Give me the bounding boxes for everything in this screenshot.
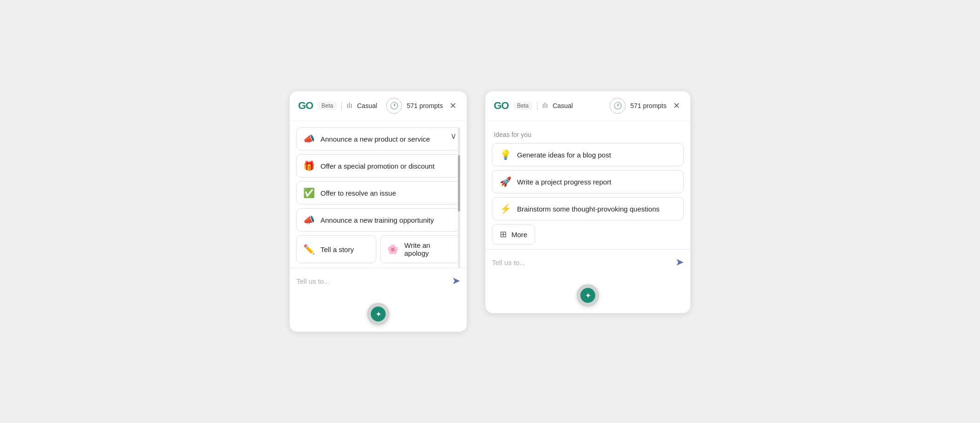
suggestion-label-2: Offer to resolve an issue xyxy=(320,189,396,197)
suggestions-wrapper: 📣 Announce a new product or service 🎁 Of… xyxy=(296,127,460,268)
left-input[interactable] xyxy=(296,277,447,285)
left-header: GO Beta ılı Casual 🕐 571 prompts ✕ xyxy=(290,91,467,121)
left-input-area: ➤ xyxy=(290,268,467,293)
waveform-icon-left: ılı xyxy=(347,102,352,110)
suggestion-emoji-2: ✅ xyxy=(303,187,315,198)
scrollbar-track xyxy=(458,127,460,268)
more-button[interactable]: ⊞ More xyxy=(492,224,535,245)
suggestion-label-1: Offer a special promotion or discount xyxy=(320,162,435,170)
suggestion-emoji-3: 📣 xyxy=(303,214,315,225)
ideas-section-label: Ideas for you xyxy=(492,127,684,143)
idea-btn-1[interactable]: 🚀 Write a project progress report xyxy=(492,170,684,193)
suggestion-btn-3[interactable]: 📣 Announce a new training opportunity xyxy=(296,208,460,232)
suggestion-btn-0[interactable]: 📣 Announce a new product or service xyxy=(296,127,460,150)
close-button-left[interactable]: ✕ xyxy=(448,100,458,112)
idea-label-1: Write a project progress report xyxy=(517,178,611,186)
mode-label-right: Casual xyxy=(552,102,573,109)
suggestion-btn-2[interactable]: ✅ Offer to resolve an issue xyxy=(296,181,460,205)
fab-icon-left: ✦ xyxy=(375,310,381,319)
mode-label-left: Casual xyxy=(357,102,377,109)
right-widget: GO Beta ılı Casual 🕐 571 prompts ✕ Ideas… xyxy=(485,91,690,313)
divider-left-1 xyxy=(341,102,342,110)
suggestion-label-3: Announce a new training opportunity xyxy=(320,216,434,224)
suggestion-btn-row-0[interactable]: ✏️ Tell a story xyxy=(296,235,376,263)
suggestion-label-row-1: Write an apology xyxy=(404,241,453,257)
app-container: GO Beta ılı Casual 🕐 571 prompts ✕ 📣 Ann… xyxy=(290,91,690,332)
beta-badge-left: Beta xyxy=(318,102,337,110)
left-fab-inner: ✦ xyxy=(371,307,386,321)
suggestion-label-0: Announce a new product or service xyxy=(320,135,430,143)
suggestion-emoji-1: 🎁 xyxy=(303,160,315,171)
right-input-area: ➤ xyxy=(485,249,690,275)
logo-right: GO xyxy=(494,100,509,112)
suggestion-label-row-0: Tell a story xyxy=(320,246,354,253)
more-icon: ⊞ xyxy=(500,229,507,239)
left-widget: GO Beta ılı Casual 🕐 571 prompts ✕ 📣 Ann… xyxy=(290,91,467,332)
idea-btn-0[interactable]: 💡 Generate ideas for a blog post xyxy=(492,143,684,166)
right-body: Ideas for you 💡 Generate ideas for a blo… xyxy=(485,121,690,249)
prompts-count-left: 571 prompts xyxy=(407,102,443,109)
suggestion-btn-1[interactable]: 🎁 Offer a special promotion or discount xyxy=(296,154,460,177)
idea-emoji-1: 🚀 xyxy=(500,176,511,187)
right-fab-button[interactable]: ✦ xyxy=(577,284,599,307)
logo-left: GO xyxy=(298,100,313,112)
divider-right-1 xyxy=(537,102,538,110)
idea-emoji-0: 💡 xyxy=(500,149,511,160)
left-footer: ✦ xyxy=(290,293,467,332)
right-input[interactable] xyxy=(492,259,671,266)
left-send-button[interactable]: ➤ xyxy=(452,275,460,287)
more-label: More xyxy=(511,231,527,239)
collapse-button[interactable]: ∨ xyxy=(450,131,456,141)
suggestion-bottom-row: ✏️ Tell a story 🌸 Write an apology xyxy=(296,235,460,263)
history-button-right[interactable]: 🕐 xyxy=(610,98,626,114)
right-send-button[interactable]: ➤ xyxy=(675,256,684,268)
suggestion-emoji-row-0: ✏️ xyxy=(303,244,315,255)
close-button-right[interactable]: ✕ xyxy=(671,100,682,112)
idea-label-2: Brainstorm some thought-provoking questi… xyxy=(517,205,660,213)
idea-btn-2[interactable]: ⚡ Brainstorm some thought-provoking ques… xyxy=(492,197,684,220)
idea-emoji-2: ⚡ xyxy=(500,203,511,214)
suggestions-list: 📣 Announce a new product or service 🎁 Of… xyxy=(296,127,460,268)
prompts-count-right: 571 prompts xyxy=(630,102,667,109)
fab-icon-right: ✦ xyxy=(585,291,591,300)
suggestion-emoji-row-1: 🌸 xyxy=(387,244,399,255)
left-fab-button[interactable]: ✦ xyxy=(367,303,389,325)
waveform-icon-right: ılı xyxy=(542,102,548,110)
right-fab-inner: ✦ xyxy=(580,288,595,303)
idea-label-0: Generate ideas for a blog post xyxy=(517,151,611,159)
ideas-list: 💡 Generate ideas for a blog post 🚀 Write… xyxy=(492,143,684,249)
scrollbar-thumb xyxy=(458,155,460,212)
suggestion-emoji-0: 📣 xyxy=(303,133,315,144)
left-body: 📣 Announce a new product or service 🎁 Of… xyxy=(290,121,467,268)
right-header: GO Beta ılı Casual 🕐 571 prompts ✕ xyxy=(485,91,690,121)
suggestion-btn-row-1[interactable]: 🌸 Write an apology xyxy=(380,235,460,263)
history-button-left[interactable]: 🕐 xyxy=(386,98,402,114)
right-footer: ✦ xyxy=(485,275,690,313)
beta-badge-right: Beta xyxy=(513,102,532,110)
